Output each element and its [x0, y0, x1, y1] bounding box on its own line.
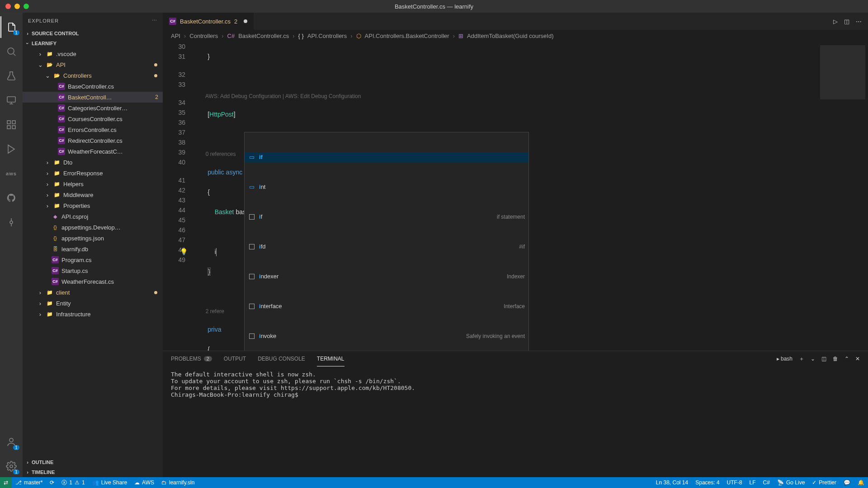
more-actions-icon[interactable]: ⋯ — [856, 18, 862, 25]
activity-bar: 1 aws 1 1 — [0, 13, 23, 477]
zoom-window[interactable] — [24, 4, 29, 9]
file-courses-controller[interactable]: C#CoursesController.cs — [23, 113, 163, 124]
section-learnify[interactable]: LEARNIFY — [23, 38, 163, 48]
intellisense-popup[interactable]: ▭if ▭int ifif statement ifd#if indexerIn… — [244, 132, 529, 351]
svg-rect-4 — [7, 126, 10, 129]
kill-terminal-icon[interactable]: 🗑 — [833, 356, 838, 362]
maximize-panel-icon[interactable]: ⌃ — [844, 356, 849, 362]
feedback-icon[interactable]: 💬 — [840, 477, 854, 488]
new-terminal-icon[interactable]: ＋ — [799, 355, 804, 363]
editor-tabs: C# BasketController.cs 2 ▷ ◫ ⋯ — [163, 13, 868, 30]
folder-properties[interactable]: 📁Properties — [23, 200, 163, 211]
tab-basket-controller[interactable]: C# BasketController.cs 2 — [163, 13, 254, 30]
terminal-profile[interactable]: ▸ bash — [777, 356, 793, 362]
remote-indicator[interactable]: ⇄ — [0, 477, 12, 488]
section-source-control[interactable]: SOURCE CONTROL — [23, 28, 163, 38]
section-timeline[interactable]: TIMELINE — [23, 467, 163, 477]
code-content[interactable]: } AWS: Add Debug Configuration | AWS: Ed… — [193, 42, 814, 351]
file-appsettings-dev[interactable]: {}appsettings.Develop… — [23, 222, 163, 233]
split-editor-icon[interactable]: ◫ — [844, 18, 849, 25]
file-api-csproj[interactable]: ◆API.csproj — [23, 211, 163, 222]
file-basket-controller[interactable]: C#BasketControll…2 — [23, 92, 163, 103]
search-tab[interactable] — [0, 41, 22, 62]
github-tab[interactable] — [0, 187, 22, 209]
suggest-item[interactable]: interfaceInterface — [245, 301, 528, 311]
encoding[interactable]: UTF-8 — [723, 477, 746, 488]
explorer-badge: 1 — [13, 30, 19, 35]
suggest-item[interactable]: invokeSafely invoking an event — [245, 331, 528, 341]
code-editor[interactable]: 30 31 32 33 34 35 36 37 38 39 40 41 42 4… — [163, 42, 868, 351]
folder-controllers[interactable]: 📂Controllers — [23, 70, 163, 81]
folder-infrastructure[interactable]: 📁Infrastructure — [23, 309, 163, 319]
file-learnify-db[interactable]: 🗄learnify.db — [23, 244, 163, 254]
file-weather-forecast[interactable]: C#WeatherForecast.cs — [23, 276, 163, 287]
folder-client[interactable]: 📁client — [23, 287, 163, 298]
file-categories-controller[interactable]: C#CategoriesController… — [23, 103, 163, 113]
cursor-position[interactable]: Ln 38, Col 14 — [652, 477, 692, 488]
file-base-controller[interactable]: C#BaseController.cs — [23, 81, 163, 92]
breadcrumb[interactable]: API› Controllers› C#BasketController.cs›… — [163, 30, 868, 42]
file-startup[interactable]: C#Startup.cs — [23, 265, 163, 276]
file-appsettings[interactable]: {}appsettings.json — [23, 233, 163, 244]
git-commit-tab[interactable] — [0, 211, 22, 233]
folder-helpers[interactable]: 📁Helpers — [23, 178, 163, 189]
file-program[interactable]: C#Program.cs — [23, 254, 163, 265]
folder-api[interactable]: 📂API — [23, 59, 163, 70]
split-terminal-icon[interactable]: ◫ — [821, 356, 826, 362]
problems-status[interactable]: ⓧ1⚠1 — [58, 477, 88, 488]
suggest-item[interactable]: ▭int — [245, 182, 528, 192]
live-share[interactable]: 👥Live Share — [89, 477, 131, 488]
debug-beaker-tab[interactable] — [0, 65, 22, 87]
lightbulb-icon[interactable]: 💡 — [180, 247, 188, 257]
folder-dto[interactable]: 📁Dto — [23, 157, 163, 168]
eol[interactable]: LF — [746, 477, 760, 488]
accounts-tab[interactable]: 1 — [0, 431, 22, 453]
terminal-dropdown-icon[interactable]: ⌄ — [811, 356, 815, 362]
suggest-item[interactable]: ▭if — [245, 152, 528, 162]
remote-explorer-tab[interactable] — [0, 89, 22, 111]
svg-point-6 — [10, 221, 13, 224]
prettier-status[interactable]: ✓Prettier — [808, 477, 840, 488]
bottom-panel: PROBLEMS2 OUTPUT DEBUG CONSOLE TERMINAL … — [163, 351, 868, 477]
svg-point-8 — [10, 465, 13, 468]
minimap[interactable] — [814, 42, 868, 351]
file-redirect-controller[interactable]: C#RedirectController.cs — [23, 135, 163, 146]
panel-tab-terminal[interactable]: TERMINAL — [317, 351, 344, 366]
close-panel-icon[interactable]: ✕ — [855, 356, 860, 362]
language-mode[interactable]: C# — [760, 477, 774, 488]
window-controls — [5, 4, 29, 9]
run-debug-tab[interactable] — [0, 138, 22, 160]
suggest-item[interactable]: ifif statement — [245, 212, 528, 222]
file-weather-forecast-controller[interactable]: C#WeatherForecastC… — [23, 146, 163, 157]
go-live[interactable]: 📡Go Live — [774, 477, 808, 488]
file-errors-controller[interactable]: C#ErrorsController.cs — [23, 124, 163, 135]
solution-file[interactable]: 🗀learnify.sln — [158, 477, 198, 488]
folder-error-response[interactable]: 📁ErrorResponse — [23, 168, 163, 178]
close-window[interactable] — [5, 4, 11, 9]
folder-middleware[interactable]: 📁Middleware — [23, 189, 163, 200]
minimize-window[interactable] — [14, 4, 20, 9]
run-icon[interactable]: ▷ — [833, 18, 838, 25]
aws-status[interactable]: ☁AWS — [131, 477, 158, 488]
notifications-icon[interactable]: 🔔 — [854, 477, 868, 488]
panel-tab-debug-console[interactable]: DEBUG CONSOLE — [258, 351, 305, 366]
settings-tab[interactable]: 1 — [0, 455, 22, 477]
folder-entity[interactable]: 📁Entity — [23, 298, 163, 309]
panel-tab-problems[interactable]: PROBLEMS2 — [171, 351, 212, 366]
svg-rect-5 — [12, 126, 15, 129]
aws-tab[interactable]: aws — [0, 163, 22, 184]
terminal-body[interactable]: The default interactive shell is now zsh… — [163, 366, 868, 477]
panel-tab-output[interactable]: OUTPUT — [224, 351, 246, 366]
sidebar: EXPLORER ⋯ SOURCE CONTROL LEARNIFY 📁.vsc… — [23, 13, 163, 477]
section-outline[interactable]: OUTLINE — [23, 457, 163, 467]
suggest-item[interactable]: ifd#if — [245, 242, 528, 252]
folder-vscode[interactable]: 📁.vscode — [23, 48, 163, 59]
extensions-tab[interactable] — [0, 114, 22, 136]
explorer-more-icon[interactable]: ⋯ — [152, 18, 157, 23]
indentation[interactable]: Spaces: 4 — [692, 477, 723, 488]
explorer-tab[interactable]: 1 — [0, 16, 22, 38]
suggest-item[interactable]: indexerIndexer — [245, 272, 528, 282]
git-branch[interactable]: ⎇master* — [12, 477, 46, 488]
sync-icon[interactable]: ⟳ — [46, 477, 58, 488]
line-gutter: 30 31 32 33 34 35 36 37 38 39 40 41 42 4… — [163, 42, 193, 351]
